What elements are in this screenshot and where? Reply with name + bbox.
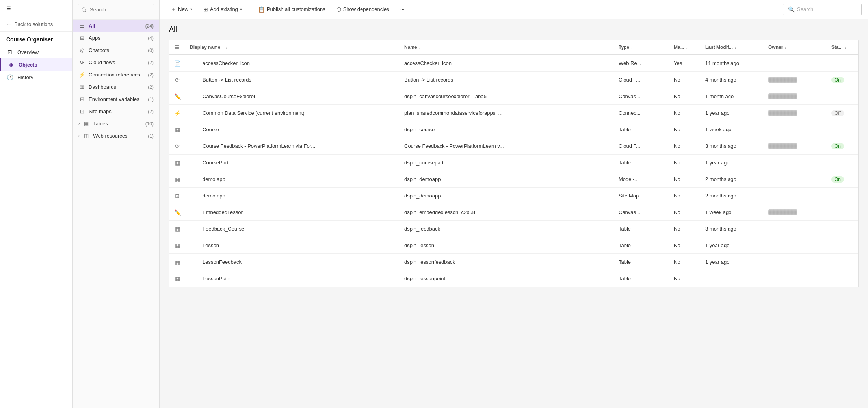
env_vars-label: Environment variables [89,96,145,102]
sub-panel-item-apps[interactable]: ⊞ Apps (4) [73,32,159,44]
row-type-cell: Table [614,121,669,138]
chatbots-icon: ◎ [78,47,85,53]
expand-icon: › [78,121,80,126]
row-type-icon: ⊡ [175,193,180,199]
all-label: All [89,23,142,29]
th-name[interactable]: Name ↓ [400,40,614,54]
row-display-name-cell: ⋮ Feedback_Course [185,221,400,237]
row-managed-cell: No [669,188,701,204]
table-row[interactable]: ⟳ ⋮ Course Feedback - PowerPlatformLearn… [169,138,858,155]
row-type-icon: ▦ [175,226,180,232]
sidebar-item-history[interactable]: 🕐 History [0,71,72,84]
table-header: ☰ Display name ↑ ↓ Name ↓ Type ↓ Ma... [169,40,858,55]
publish-button[interactable]: 📋 Publish all customizations [253,4,330,15]
status-badge: On [831,143,844,149]
sub-panel-item-tables[interactable]: › ▦ Tables (10) [73,117,159,130]
table-row[interactable]: ✏️ ⋮ CanvasCourseExplorer dspin_canvasco… [169,88,858,105]
table-row[interactable]: ▦ ⋮ Course dspin_course Table No 1 week … [169,121,858,138]
row-display-name-cell: ⋮ Course Feedback - PowerPlatformLearn v… [185,138,400,154]
row-name-cell: dspin_coursepart [400,155,614,171]
row-type: Cloud F... [619,77,640,83]
row-last-modified-cell: 1 year ago [701,237,764,253]
table-row[interactable]: ⟳ ⋮ Button -> List records Button -> Lis… [169,72,858,88]
org-name: Course Organiser [0,32,72,46]
sub-panel-item-chatbots[interactable]: ◎ Chatbots (0) [73,44,159,56]
th-managed-sort-icon: ↓ [686,45,688,50]
table-row[interactable]: 📄 ⋮ accessChecker_icon accessChecker_ico… [169,55,858,72]
sort-asc-icon: ↑ [222,45,224,50]
row-last-modified-cell: 2 months ago [701,171,764,187]
table-row[interactable]: ▦ ⋮ LessonFeedback dspin_lessonfeedback … [169,254,858,270]
row-managed: No [674,193,680,199]
table-row[interactable]: ⊡ ⋮ demo app dspin_demoapp Site Map No 2… [169,188,858,204]
row-status-cell [827,237,858,253]
back-to-solutions-link[interactable]: ← Back to solutions [0,17,72,32]
row-type: Connec... [619,110,641,116]
row-managed: No [674,276,680,281]
row-managed-cell: No [669,88,701,104]
th-owner[interactable]: Owner ↓ [764,40,827,54]
sub-panel-item-web_resources[interactable]: › ◫ Web resources (1) [73,130,159,142]
row-managed: No [674,160,680,166]
hamburger-icon[interactable]: ☰ [0,0,72,17]
dashboards-label: Dashboards [89,84,145,90]
web_resources-icon: ◫ [83,133,90,139]
row-last-modified: 2 months ago [705,176,736,182]
new-button[interactable]: ＋ New ▾ [166,4,197,15]
row-name-cell: dspin_lesson [400,237,614,253]
row-owner-cell [764,270,827,287]
table-row[interactable]: ▦ ⋮ Lesson dspin_lesson Table No 1 year … [169,237,858,254]
dependencies-icon: ⬡ [336,6,341,13]
dashboards-count: (2) [148,84,154,90]
row-display-name: demo app [203,176,225,182]
toolbar: ＋ New ▾ ⊞ Add existing ▾ 📋 Publish all c… [160,0,868,19]
sidebar-item-overview[interactable]: ⊡ Overview [0,46,72,58]
row-name: plan_sharedcommondataserviceforapps_... [404,110,502,116]
row-name: dspin_canvascourseexplorer_1aba5 [404,93,487,99]
sub-panel-item-cloud_flows[interactable]: ⟳ Cloud flows (2) [73,56,159,69]
table-row[interactable]: ▦ ⋮ LessonPoint dspin_lessonpoint Table … [169,270,858,287]
sub-panel-item-all[interactable]: ☰ All (24) [73,20,159,32]
sidebar-item-history-label: History [17,75,33,80]
sub-panel-item-site_maps[interactable]: ⊡ Site maps (2) [73,105,159,117]
row-name: dspin_lesson [404,242,434,248]
row-last-modified-cell: 1 week ago [701,204,764,220]
th-type[interactable]: Type ↓ [614,40,669,54]
row-display-name-cell: ⋮ accessChecker_icon [185,55,400,71]
th-type-label: Type [619,45,629,50]
row-owner-cell [764,188,827,204]
show-dependencies-button[interactable]: ⬡ Show dependencies [332,4,394,15]
sidebar-item-objects[interactable]: ◈ Objects [0,58,72,71]
sub-panel-item-env_vars[interactable]: ⊟ Environment variables (1) [73,93,159,105]
row-type-icon: ▦ [175,276,180,282]
sub-panel-item-connection_refs[interactable]: ⚡ Connection references (2) [73,69,159,81]
row-owner-cell: ████████ [764,88,827,104]
row-type-cell: Table [614,221,669,237]
add-existing-button[interactable]: ⊞ Add existing ▾ [199,4,247,15]
row-managed-cell: No [669,72,701,88]
sub-panel-search-input[interactable] [78,4,154,15]
row-type-cell: Cloud F... [614,72,669,88]
row-owner-cell: ████████ [764,72,827,88]
table-row[interactable]: ▦ ⋮ CoursePart dspin_coursepart Table No… [169,155,858,171]
row-type: Canvas ... [619,209,642,215]
row-owner-cell: ████████ [764,204,827,220]
connection_refs-count: (2) [148,72,154,78]
col-select-icon[interactable]: ☰ [174,44,179,50]
th-managed[interactable]: Ma... ↓ [669,40,701,54]
table-row[interactable]: ▦ ⋮ demo app dspin_demoapp Model-... No … [169,171,858,188]
th-display-name[interactable]: Display name ↑ ↓ [185,40,400,54]
table-row[interactable]: ✏️ ⋮ EmbeddedLesson dspin_embeddedlesson… [169,204,858,221]
toolbar-search[interactable]: 🔍 Search [783,4,862,15]
sub-panel-item-dashboards[interactable]: ▦ Dashboards (2) [73,81,159,93]
more-options-button[interactable]: ··· [396,4,409,15]
table-row[interactable]: ⚡ ⋮ Common Data Service (current environ… [169,105,858,121]
row-name: dspin_embeddedlesson_c2b58 [404,209,475,215]
row-type-icon: ▦ [175,127,180,133]
back-arrow-icon: ← [6,21,12,27]
th-last-modified[interactable]: Last Modif... ↓ [701,40,764,54]
sub-panel-search-box[interactable] [73,0,159,20]
table-row[interactable]: ▦ ⋮ Feedback_Course dspin_feedback Table… [169,221,858,237]
row-type: Table [619,127,631,132]
th-status[interactable]: Sta... ↓ [827,40,858,54]
